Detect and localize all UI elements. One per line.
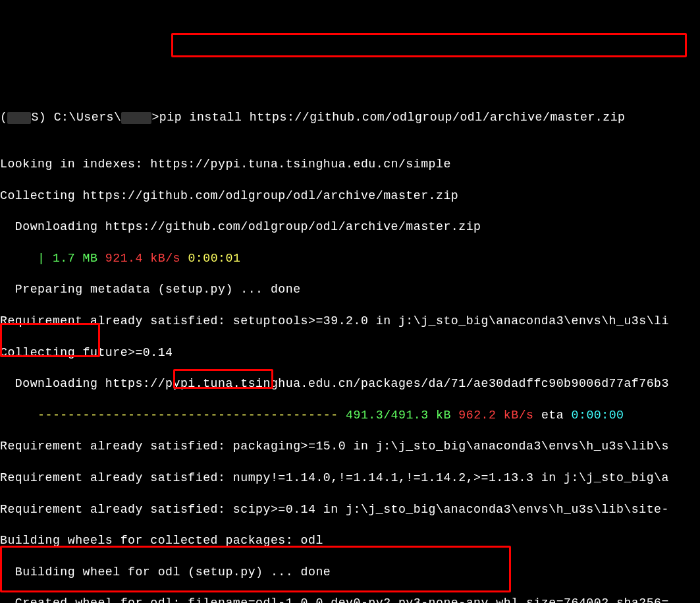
output-line: Requirement already satisfied: numpy!=1.…	[0, 471, 700, 486]
download-time: 0:00:00	[572, 409, 624, 422]
output-line: Requirement already satisfied: scipy>=0.…	[0, 502, 700, 518]
eta-label: eta	[541, 409, 564, 422]
download-time: 0:00:01	[188, 252, 240, 265]
output-line: Collecting https://github.com/odlgroup/o…	[0, 188, 700, 204]
output-line: Building wheels for collected packages: …	[0, 533, 700, 549]
output-line: Downloading https://pypi.tuna.tsinghua.e…	[0, 376, 700, 392]
terminal-window[interactable]: { "env": "", "prompt_path": "C:\\Users\\…	[0, 32, 700, 603]
download-progress-2: ----------------------------------------…	[0, 408, 700, 424]
download-speed: 921.4 kB/s	[105, 252, 180, 265]
output-line: Requirement already satisfied: setuptool…	[0, 314, 700, 330]
progress-bar: ----------------------------------------	[0, 409, 338, 422]
env-suffix: S	[31, 111, 38, 124]
censored-env	[7, 112, 31, 124]
highlight-pip-install	[171, 33, 687, 57]
output-line: Building wheel for odl (setup.py) ... do…	[0, 565, 700, 581]
download-size: 1.7 MB	[53, 252, 98, 265]
download-progress-1: | 1.7 MB 921.4 kB/s 0:00:01	[0, 251, 700, 267]
cwd: C:\Users\	[54, 111, 122, 124]
pip-install-command: pip install https://github.com/odlgroup/…	[159, 111, 626, 124]
prompt-line-1: (S) C:\Users\>pip install https://github…	[0, 110, 700, 126]
prompt-char: >	[151, 111, 159, 124]
output-line: Requirement already satisfied: packaging…	[0, 439, 700, 455]
censored-user	[121, 112, 151, 124]
output-line: Preparing metadata (setup.py) ... done	[0, 282, 700, 298]
download-size: 491.3/491.3 kB	[346, 409, 451, 422]
output-line: Looking in indexes: https://pypi.tuna.ts…	[0, 157, 700, 173]
output-line: Created wheel for odl: filename=odl-1.0.…	[0, 596, 700, 603]
output-line: Collecting future>=0.14	[0, 345, 700, 361]
output-line: Downloading https://github.com/odlgroup/…	[0, 219, 700, 235]
download-speed: 962.2 kB/s	[458, 409, 533, 422]
